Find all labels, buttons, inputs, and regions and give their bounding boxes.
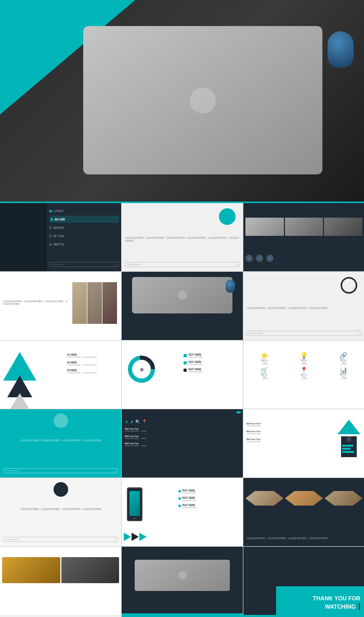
stat85-desc: 点击此处添加关键词，点击此处添加关键词，点击此处添加关键词，点击此处添加关键词 <box>3 300 69 306</box>
icon-item-2: 💡 Add YourText 点击添加 <box>285 352 323 365</box>
thankyou-line1: THANK YOU FOR <box>313 595 360 601</box>
icon-item-6: 📊 Add YourText 点击添加 <box>324 367 362 380</box>
stat-circle-2: 👤 <box>256 255 264 262</box>
hex-2 <box>285 491 323 506</box>
arrow-house-shape <box>337 420 360 457</box>
slide-donut: ⚙ TEXT HERE 点击此处添加关键词 TEXT HERE 点击此处添加关键… <box>122 341 243 409</box>
section3-number <box>54 413 68 428</box>
bar3 <box>342 451 354 453</box>
bottom-stats: 👤 👤 👤 <box>245 255 362 262</box>
house-text-list: Add Your Text→ 点击此处添加关键词 Add Your Text→ … <box>246 422 298 443</box>
hero-slide <box>0 0 364 203</box>
phone-shape <box>127 487 142 521</box>
slide-section4: 点击此处添加关键词，点击此处添加关键词，点击此处添加关键词，点击此处添加关键词 … <box>0 478 121 546</box>
slide-icon-grid: ⭐ Add YourText 点击添加 💡 Add YourText 点击添加 … <box>243 341 364 409</box>
slide-85-stat: 点击此处添加关键词，点击此处添加关键词，点击此处添加关键词，点击此处添加关键词 <box>0 272 121 340</box>
hex-click <box>243 481 364 482</box>
section2-number <box>341 277 357 294</box>
section1-search[interactable]: 点击此处添加关键词 ⌕ <box>125 262 240 267</box>
slide-section2: 点击此处添加关键词，点击此处添加关键词，点击此处添加关键词，点击此处添加关键词 … <box>243 272 364 340</box>
arrow-window <box>347 436 351 442</box>
gallery-click <box>0 549 121 551</box>
icon-item-3: 🔗 Add YourText 点击添加 <box>324 352 362 365</box>
donut-item-2: TEXT HERE 点击此处添加关键词 <box>184 361 241 366</box>
slides-grid: 公司简介 核心优势 服务列表 推广目标 我的产品 点击此处添加关键词 ⌕ <box>0 203 364 615</box>
donut-click <box>122 343 243 345</box>
section4-search[interactable]: 点击此处添加关键词 ⌕ <box>3 537 118 542</box>
laptop-mini-img <box>132 277 232 313</box>
arrow-click <box>243 412 364 413</box>
phone-button <box>133 518 137 519</box>
slide-keyword-banner: ★ ★ 🔍 📍 Add Your Text 点击此处添加关键词，点击此处 Add… <box>122 409 243 477</box>
slide-section3: 点击此处添加关键词，点击此处添加关键词，点击此处添加关键词，点击此处添加关键词 … <box>0 409 121 477</box>
tri-item-1: 01 HERE 点击此处添加关键词，点击此处添加关键词 <box>67 354 119 358</box>
keyword-click <box>122 412 243 413</box>
tri-click <box>0 343 121 345</box>
section2-search[interactable]: 点击此处添加关键词 ⌕ <box>246 331 361 336</box>
last-row <box>0 615 364 617</box>
icon-grid-click <box>243 343 364 345</box>
kw-item-3: Add Your Text 点击此处添加关键词，点击此处 <box>125 442 240 447</box>
tri-item-2: 02 HERE 点击此处添加关键词，点击此处添加关键词 <box>67 361 119 366</box>
stat-circle-3: 👤 <box>266 255 275 262</box>
laptop-end-img <box>135 560 230 591</box>
section3-desc: 点击此处添加关键词，点击此处添加关键词，点击此处添加关键词，点击此处添加关键词 <box>3 439 118 443</box>
photo1 <box>245 218 284 236</box>
section1-number <box>219 208 236 225</box>
section4-number <box>54 482 68 497</box>
gal-img2 <box>61 557 120 583</box>
donut-item-3: TEXT HERE 点击此处添加关键词 <box>184 368 241 373</box>
keyword-items: Add Your Text 点击此处添加关键词，点击此处 Add Your Te… <box>125 427 240 447</box>
strip-photo3 <box>102 282 117 324</box>
ph-item-2: TEXT HERE 点击此处添加关键词 <box>178 497 241 501</box>
stats-click <box>243 206 364 207</box>
apple-logo-mini <box>178 291 187 300</box>
menu-item-3: 服务列表 <box>49 224 119 231</box>
photo3 <box>324 218 362 236</box>
contents-sidebar <box>0 203 47 271</box>
slide-stats-photos: 👤 👤 👤 <box>243 203 364 271</box>
mouse-image <box>328 31 354 68</box>
strip-photo1 <box>72 282 87 324</box>
slide-blank-last <box>0 615 121 617</box>
slide-contents: 公司简介 核心优势 服务列表 推广目标 我的产品 点击此处添加关键词 ⌕ <box>0 203 121 271</box>
search-bar[interactable]: 点击此处添加关键词 ⌕ <box>49 262 119 267</box>
hex-desc: 点击此处添加关键词，点击此处添加关键词，点击此处添加关键词，点击此处添加关键词 <box>246 537 361 540</box>
arrow-body <box>341 436 357 457</box>
phone-screen <box>129 491 140 516</box>
slide-thankyou: THANK YOU FOR WATCHING | <box>243 547 364 615</box>
menu-item-5: 我的产品 <box>49 241 119 248</box>
tri-c <box>139 533 147 541</box>
triangle-group <box>3 352 36 409</box>
strip-photo2 <box>87 282 102 324</box>
triangle-text-items: 01 HERE 点击此处添加关键词，点击此处添加关键词 02 HERE 点击此处… <box>67 354 119 374</box>
apple-logo <box>190 87 216 114</box>
hex-3 <box>324 491 362 506</box>
icon-grid-items: ⭐ Add YourText 点击添加 💡 Add YourText 点击添加 … <box>245 352 362 380</box>
slide-sucai-promo <box>122 615 364 617</box>
section3-search[interactable]: 点击此处添加关键词 ⌕ <box>3 468 118 473</box>
arrow-top <box>337 420 360 434</box>
icon-item-4: 🛒 Add YourText 点击添加 <box>245 367 283 380</box>
gal-img1 <box>2 557 60 583</box>
ht-item-2: Add Your Text→ 点击此处添加关键词 <box>246 430 298 435</box>
thankyou-exclaim: | <box>358 602 360 610</box>
stat-circle-1: 👤 <box>245 255 254 262</box>
phone-click <box>122 481 243 482</box>
slide-gallery <box>0 547 121 615</box>
triangle-3 <box>10 393 29 409</box>
ht-item-1: Add Your Text→ 点击此处添加关键词 <box>246 422 298 427</box>
stars-row: ★ ★ 🔍 📍 <box>125 420 147 424</box>
photo2 <box>285 218 323 236</box>
icon-item-5: 📍 Add YourText 点击添加 <box>285 367 323 380</box>
inner-bars <box>341 444 357 454</box>
tri-b <box>132 533 139 541</box>
gallery-images <box>2 557 119 583</box>
phone-text-items: TEXT HERE 点击此处添加关键词 TEXT HERE 点击此处添加关键词 … <box>178 489 241 509</box>
stat85-click <box>0 274 121 276</box>
menu-list: 公司简介 核心优势 服务列表 推广目标 我的产品 <box>49 207 119 248</box>
hex-1 <box>245 491 283 506</box>
tri-item-3: 03 HERE 点击此处添加关键词，点击此处添加关键词 <box>67 369 119 374</box>
slide-section1: 点击此处添加关键词，点击此处添加关键词，点击此处添加关键词，点击此处添加关键词，… <box>122 203 243 271</box>
kw-item-2: Add Your Text 点击此处添加关键词，点击此处 <box>125 435 240 439</box>
